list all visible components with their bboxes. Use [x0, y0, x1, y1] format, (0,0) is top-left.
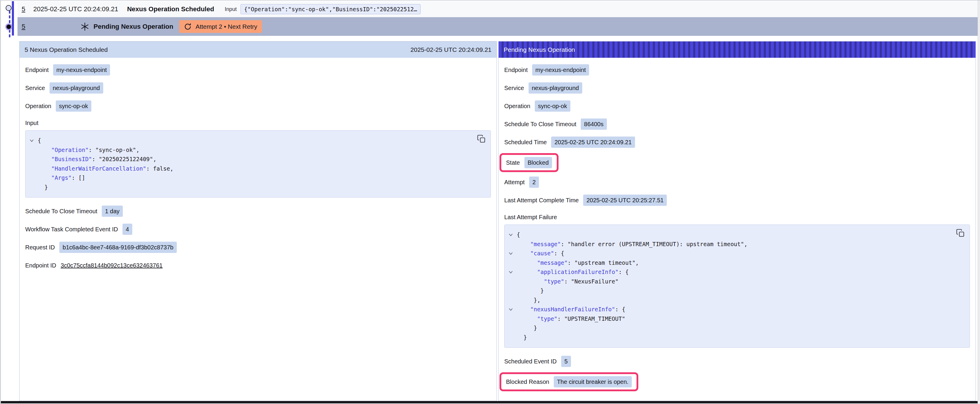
- field-label: Scheduled Time: [504, 139, 547, 146]
- event-detail-body: Endpoint my-nexus-endpoint Service nexus…: [19, 58, 496, 271]
- copy-icon: [956, 229, 965, 238]
- field-label: Workflow Task Completed Event ID: [25, 226, 118, 233]
- field-label: Attempt: [504, 179, 525, 186]
- collapse-toggle[interactable]: [509, 305, 517, 314]
- code-line: "message": "handler error (UPSTREAM_TIME…: [509, 239, 952, 249]
- code-gutter: [509, 286, 517, 296]
- collapse-chevron-icon[interactable]: [509, 308, 513, 311]
- code-text: "type": "NexusFailure": [517, 277, 619, 287]
- code-line: }: [509, 286, 952, 296]
- code-line: "message": "upstream timeout",: [509, 258, 952, 268]
- retry-status-badge: Attempt 2 • Next Retry: [179, 20, 262, 33]
- field-value-badge: 2025-02-25 UTC 20:25:27.51: [583, 195, 667, 206]
- code-text: }: [38, 183, 48, 192]
- nexus-asterisk-icon: [80, 22, 89, 31]
- window-bottom-edge: [1, 401, 980, 403]
- collapse-chevron-icon[interactable]: [509, 233, 513, 237]
- code-gutter: [509, 323, 517, 333]
- failure-json-code: { "message": "handler error (UPSTREAM_TI…: [504, 225, 970, 348]
- pending-operation-header-title: Pending Nexus Operation: [504, 46, 575, 53]
- field-row-attempt: Attempt 2: [504, 176, 970, 188]
- scrollbar[interactable]: [978, 1, 980, 404]
- code-gutter: [30, 183, 38, 192]
- json-value: }: [541, 287, 544, 294]
- collapse-toggle[interactable]: [509, 268, 517, 277]
- pending-operation-panel: Pending Nexus Operation Endpoint my-nexu…: [498, 41, 976, 401]
- event-rows: 5 2025-02-25 UTC 20:24:09.21 Nexus Opera…: [18, 1, 979, 36]
- event-summary-row[interactable]: 5 2025-02-25 UTC 20:24:09.21 Nexus Opera…: [18, 1, 979, 17]
- json-value: : "handler error (UPSTREAM_TIMEOUT): ups…: [561, 241, 748, 247]
- code-line: }: [509, 333, 952, 342]
- code-line: "BusinessID": "20250225122409",: [30, 155, 473, 164]
- collapse-toggle[interactable]: [30, 136, 38, 146]
- json-value: : "NexusFailure": [564, 278, 619, 285]
- event-detail-header-title: 5 Nexus Operation Scheduled: [25, 46, 108, 53]
- field-value-badge: 2025-02-25 UTC 20:24:09.21: [551, 136, 635, 148]
- field-value-badge: my-nexus-endpoint: [53, 64, 110, 76]
- field-row-endpoint: Endpoint my-nexus-endpoint: [504, 64, 970, 76]
- endpoint-id-link[interactable]: 3c0c75ccfa8144b092c13ce632463761: [61, 262, 163, 269]
- code-gutter: [30, 164, 38, 174]
- code-line: {: [30, 136, 473, 146]
- collapse-toggle[interactable]: [509, 230, 517, 239]
- field-label: State: [506, 159, 520, 166]
- event-id-link[interactable]: 5: [22, 5, 25, 13]
- code-gutter: [509, 296, 517, 305]
- code-text: }: [517, 323, 537, 333]
- code-line: "HandlerWaitForCancellation": false,: [30, 164, 473, 174]
- code-text: "message": "handler error (UPSTREAM_TIME…: [517, 239, 748, 249]
- code-text: },: [517, 296, 541, 305]
- pending-operation-body: Endpoint my-nexus-endpoint Service nexus…: [499, 58, 975, 391]
- pending-id-link[interactable]: 5: [22, 23, 25, 30]
- code-line: }: [509, 323, 952, 333]
- code-text: "cause": {: [517, 249, 564, 258]
- field-value-badge: sync-op-ok: [56, 100, 91, 112]
- field-row-last-attempt-complete-time: Last Attempt Complete Time 2025-02-25 UT…: [504, 194, 970, 206]
- code-line: "Operation": "sync-op-ok",: [30, 146, 473, 155]
- code-gutter: [509, 314, 517, 324]
- workflow-history-view: 5 2025-02-25 UTC 20:24:09.21 Nexus Opera…: [0, 0, 980, 404]
- json-key: "message": [537, 260, 568, 266]
- field-row-request-id: Request ID b1c6a4bc-8ee7-468a-9169-df3b0…: [25, 241, 491, 253]
- code-gutter: [30, 155, 38, 164]
- json-value: : false,: [146, 165, 173, 172]
- code-gutter: [509, 239, 517, 249]
- code-line: {: [509, 230, 952, 239]
- field-label: Blocked Reason: [506, 379, 549, 385]
- event-detail-header-timestamp: 2025-02-25 UTC 20:24:09.21: [410, 46, 492, 53]
- code-gutter: [509, 277, 517, 287]
- field-label: Schedule To Close Timeout: [504, 121, 576, 128]
- collapse-chevron-icon[interactable]: [509, 252, 513, 255]
- json-key: "applicationFailureInfo": [537, 269, 619, 275]
- field-row-endpoint-id: Endpoint ID 3c0c75ccfa8144b092c13ce63246…: [25, 260, 491, 271]
- event-timestamp: 2025-02-25 UTC 20:24:09.21: [33, 5, 118, 13]
- pending-operation-row[interactable]: 5 Pending Nexus Operation Attempt 2 • Ne…: [18, 17, 979, 36]
- blocked-reason-row: Blocked Reason The circuit breaker is op…: [504, 372, 970, 391]
- event-title: Nexus Operation Scheduled: [127, 5, 214, 13]
- blocked-reason-highlight-annotation: Blocked Reason The circuit breaker is op…: [500, 372, 638, 391]
- json-value: : []: [72, 174, 85, 181]
- field-label: Endpoint: [504, 67, 528, 73]
- json-value: : "upstream timeout",: [568, 260, 639, 266]
- code-text: "nexusHandlerFailureInfo": {: [517, 305, 625, 314]
- json-value: : {: [615, 306, 625, 312]
- field-label: Request ID: [25, 244, 55, 251]
- code-line: "Args": []: [30, 173, 473, 183]
- timeline-dashed-connector: [9, 11, 10, 37]
- collapse-chevron-icon[interactable]: [509, 271, 513, 274]
- copy-button[interactable]: [476, 134, 487, 144]
- field-row-service: Service nexus-playground: [25, 82, 491, 94]
- detail-panels: 5 Nexus Operation Scheduled 2025-02-25 U…: [19, 41, 976, 401]
- collapse-chevron-icon[interactable]: [30, 139, 34, 143]
- copy-button[interactable]: [955, 228, 966, 238]
- json-key: "type": [544, 278, 565, 285]
- retry-icon: [184, 23, 192, 30]
- code-line: "type": "UPSTREAM_TIMEOUT": [509, 314, 952, 324]
- field-label: Endpoint: [25, 67, 49, 73]
- json-value: }: [45, 184, 48, 190]
- collapse-toggle[interactable]: [509, 249, 517, 258]
- field-label: Service: [25, 85, 45, 92]
- last-attempt-failure-label: Last Attempt Failure: [504, 214, 970, 221]
- copy-icon: [477, 135, 486, 143]
- event-input-label: Input: [225, 6, 237, 13]
